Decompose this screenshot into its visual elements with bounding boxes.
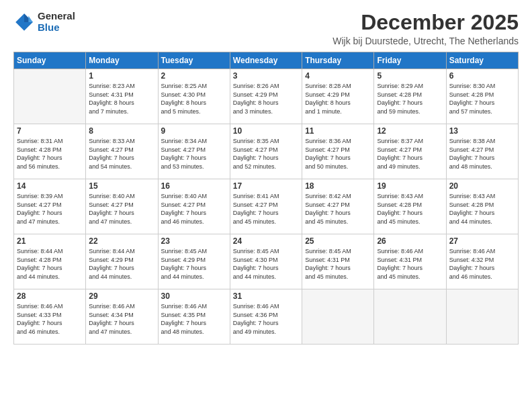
calendar-cell <box>446 289 518 345</box>
day-info: Sunrise: 8:46 AMSunset: 4:34 PMDaylight:… <box>89 302 154 336</box>
day-number: 23 <box>161 236 227 246</box>
calendar-cell: 4Sunrise: 8:28 AMSunset: 4:29 PMDaylight… <box>302 69 374 124</box>
day-number: 10 <box>233 126 299 136</box>
day-info: Sunrise: 8:40 AMSunset: 4:27 PMDaylight:… <box>89 192 154 226</box>
calendar-cell: 1Sunrise: 8:23 AMSunset: 4:31 PMDaylight… <box>86 69 158 124</box>
calendar-cell: 21Sunrise: 8:44 AMSunset: 4:28 PMDayligh… <box>14 234 86 289</box>
day-number: 21 <box>17 236 83 246</box>
calendar-week-3: 14Sunrise: 8:39 AMSunset: 4:27 PMDayligh… <box>14 179 519 234</box>
calendar-header-wednesday: Wednesday <box>230 52 302 69</box>
day-number: 28 <box>17 291 83 301</box>
day-info: Sunrise: 8:37 AMSunset: 4:27 PMDaylight:… <box>377 137 443 171</box>
day-number: 20 <box>449 181 515 191</box>
calendar-cell: 6Sunrise: 8:30 AMSunset: 4:28 PMDaylight… <box>446 69 518 124</box>
svg-marker-2 <box>28 15 32 22</box>
calendar-cell: 25Sunrise: 8:45 AMSunset: 4:31 PMDayligh… <box>302 234 374 289</box>
calendar-cell: 27Sunrise: 8:46 AMSunset: 4:32 PMDayligh… <box>446 234 518 289</box>
calendar-cell: 18Sunrise: 8:42 AMSunset: 4:27 PMDayligh… <box>302 179 374 234</box>
day-info: Sunrise: 8:40 AMSunset: 4:27 PMDaylight:… <box>161 192 227 226</box>
day-number: 11 <box>305 126 371 136</box>
day-info: Sunrise: 8:46 AMSunset: 4:35 PMDaylight:… <box>161 302 227 336</box>
day-number: 2 <box>161 71 227 81</box>
calendar-cell: 31Sunrise: 8:46 AMSunset: 4:36 PMDayligh… <box>230 289 302 345</box>
logo-icon <box>13 11 35 33</box>
day-number: 16 <box>161 181 227 191</box>
logo-blue: Blue <box>38 22 75 34</box>
day-number: 30 <box>161 291 227 301</box>
day-number: 13 <box>449 126 515 136</box>
calendar-cell: 17Sunrise: 8:41 AMSunset: 4:27 PMDayligh… <box>230 179 302 234</box>
calendar-cell: 16Sunrise: 8:40 AMSunset: 4:27 PMDayligh… <box>158 179 230 234</box>
day-info: Sunrise: 8:39 AMSunset: 4:27 PMDaylight:… <box>17 192 83 226</box>
calendar-header-sunday: Sunday <box>14 52 86 69</box>
day-info: Sunrise: 8:46 AMSunset: 4:36 PMDaylight:… <box>233 302 299 336</box>
day-info: Sunrise: 8:28 AMSunset: 4:29 PMDaylight:… <box>305 82 371 116</box>
calendar-cell: 11Sunrise: 8:36 AMSunset: 4:27 PMDayligh… <box>302 124 374 179</box>
calendar-week-4: 21Sunrise: 8:44 AMSunset: 4:28 PMDayligh… <box>14 234 519 289</box>
calendar-cell <box>302 289 374 345</box>
day-number: 25 <box>305 236 371 246</box>
calendar-cell: 20Sunrise: 8:43 AMSunset: 4:28 PMDayligh… <box>446 179 518 234</box>
day-info: Sunrise: 8:36 AMSunset: 4:27 PMDaylight:… <box>305 137 371 171</box>
title-block: December 2025 Wijk bij Duurstede, Utrech… <box>332 11 519 46</box>
page: General Blue December 2025 Wijk bij Duur… <box>0 0 532 411</box>
day-number: 31 <box>233 291 299 301</box>
calendar-cell: 30Sunrise: 8:46 AMSunset: 4:35 PMDayligh… <box>158 289 230 345</box>
day-number: 9 <box>161 126 227 136</box>
calendar-cell: 2Sunrise: 8:25 AMSunset: 4:30 PMDaylight… <box>158 69 230 124</box>
day-number: 8 <box>89 126 154 136</box>
day-info: Sunrise: 8:41 AMSunset: 4:27 PMDaylight:… <box>233 192 299 226</box>
day-info: Sunrise: 8:35 AMSunset: 4:27 PMDaylight:… <box>233 137 299 171</box>
day-number: 15 <box>89 181 154 191</box>
calendar: SundayMondayTuesdayWednesdayThursdayFrid… <box>13 52 519 345</box>
day-info: Sunrise: 8:29 AMSunset: 4:28 PMDaylight:… <box>377 82 443 116</box>
day-info: Sunrise: 8:38 AMSunset: 4:27 PMDaylight:… <box>449 137 515 171</box>
day-info: Sunrise: 8:45 AMSunset: 4:31 PMDaylight:… <box>305 247 371 281</box>
day-number: 24 <box>233 236 299 246</box>
calendar-cell: 15Sunrise: 8:40 AMSunset: 4:27 PMDayligh… <box>86 179 158 234</box>
day-info: Sunrise: 8:43 AMSunset: 4:28 PMDaylight:… <box>377 192 443 226</box>
calendar-cell: 13Sunrise: 8:38 AMSunset: 4:27 PMDayligh… <box>446 124 518 179</box>
day-info: Sunrise: 8:45 AMSunset: 4:30 PMDaylight:… <box>233 247 299 281</box>
logo-text: General Blue <box>38 11 75 33</box>
calendar-cell: 12Sunrise: 8:37 AMSunset: 4:27 PMDayligh… <box>374 124 446 179</box>
day-number: 6 <box>449 71 515 81</box>
calendar-week-2: 7Sunrise: 8:31 AMSunset: 4:28 PMDaylight… <box>14 124 519 179</box>
day-info: Sunrise: 8:46 AMSunset: 4:33 PMDaylight:… <box>17 302 83 336</box>
calendar-cell: 28Sunrise: 8:46 AMSunset: 4:33 PMDayligh… <box>14 289 86 345</box>
day-number: 19 <box>377 181 443 191</box>
day-info: Sunrise: 8:31 AMSunset: 4:28 PMDaylight:… <box>17 137 83 171</box>
day-info: Sunrise: 8:46 AMSunset: 4:32 PMDaylight:… <box>449 247 515 281</box>
day-info: Sunrise: 8:30 AMSunset: 4:28 PMDaylight:… <box>449 82 515 116</box>
calendar-header-row: SundayMondayTuesdayWednesdayThursdayFrid… <box>14 52 519 69</box>
day-number: 3 <box>233 71 299 81</box>
day-number: 29 <box>89 291 154 301</box>
day-info: Sunrise: 8:25 AMSunset: 4:30 PMDaylight:… <box>161 82 227 116</box>
day-number: 1 <box>89 71 154 81</box>
day-info: Sunrise: 8:44 AMSunset: 4:28 PMDaylight:… <box>17 247 83 281</box>
day-info: Sunrise: 8:23 AMSunset: 4:31 PMDaylight:… <box>89 82 154 116</box>
day-number: 4 <box>305 71 371 81</box>
calendar-cell: 22Sunrise: 8:44 AMSunset: 4:29 PMDayligh… <box>86 234 158 289</box>
calendar-header-tuesday: Tuesday <box>158 52 230 69</box>
calendar-cell: 14Sunrise: 8:39 AMSunset: 4:27 PMDayligh… <box>14 179 86 234</box>
location-title: Wijk bij Duurstede, Utrecht, The Netherl… <box>332 36 519 46</box>
day-number: 12 <box>377 126 443 136</box>
calendar-header-saturday: Saturday <box>446 52 518 69</box>
calendar-cell: 29Sunrise: 8:46 AMSunset: 4:34 PMDayligh… <box>86 289 158 345</box>
day-number: 7 <box>17 126 83 136</box>
calendar-cell: 10Sunrise: 8:35 AMSunset: 4:27 PMDayligh… <box>230 124 302 179</box>
day-info: Sunrise: 8:44 AMSunset: 4:29 PMDaylight:… <box>89 247 154 281</box>
day-number: 22 <box>89 236 154 246</box>
calendar-cell: 7Sunrise: 8:31 AMSunset: 4:28 PMDaylight… <box>14 124 86 179</box>
day-info: Sunrise: 8:45 AMSunset: 4:29 PMDaylight:… <box>161 247 227 281</box>
logo: General Blue <box>13 11 75 33</box>
month-title: December 2025 <box>332 11 519 34</box>
day-number: 5 <box>377 71 443 81</box>
calendar-cell <box>14 69 86 124</box>
calendar-header-thursday: Thursday <box>302 52 374 69</box>
day-number: 17 <box>233 181 299 191</box>
calendar-week-5: 28Sunrise: 8:46 AMSunset: 4:33 PMDayligh… <box>14 289 519 345</box>
day-info: Sunrise: 8:34 AMSunset: 4:27 PMDaylight:… <box>161 137 227 171</box>
day-number: 18 <box>305 181 371 191</box>
